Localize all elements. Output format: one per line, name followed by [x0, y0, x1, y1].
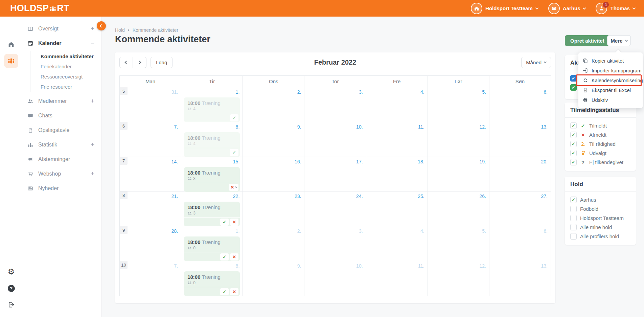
- breadcrumb-home[interactable]: Hold: [115, 27, 125, 33]
- attend-no-button[interactable]: ✕: [230, 253, 238, 261]
- day-cell[interactable]: 8.18:00Træning0✓✕: [181, 261, 243, 296]
- sidebar-collapse-button[interactable]: [97, 21, 106, 30]
- day-cell[interactable]: 714.: [120, 157, 181, 191]
- club-menu[interactable]: Aarhus: [548, 3, 586, 14]
- team-filter-row[interactable]: ✓Alle mine hold: [565, 223, 636, 232]
- day-cell[interactable]: 27.: [489, 191, 551, 226]
- event-card[interactable]: 18:00Træning3✓✕: [184, 202, 240, 226]
- day-cell[interactable]: 17.: [304, 157, 366, 191]
- settings-gear-icon[interactable]: ⚙: [8, 268, 15, 276]
- day-cell[interactable]: 1.18:00Træning0✓✕: [181, 226, 243, 261]
- team-filter-row[interactable]: ✓Aarhus: [565, 195, 636, 204]
- plus-icon[interactable]: +: [91, 141, 94, 149]
- menu-item-kalendersynkronisering[interactable]: Kalendersynkronisering: [578, 75, 643, 85]
- day-cell[interactable]: 24.: [304, 191, 366, 226]
- sidebar-subitem-frie-resourcer[interactable]: Frie resourcer: [30, 82, 101, 92]
- attend-no-button[interactable]: ✕: [230, 219, 238, 226]
- home-nav-icon[interactable]: [7, 41, 15, 49]
- status-filter-row[interactable]: ✓✓Tilmeldt: [565, 121, 636, 130]
- attend-yes-button[interactable]: ✓: [230, 149, 238, 156]
- activity-type-checkbox[interactable]: ✓: [570, 75, 577, 82]
- sidebar-item-opslagstavle[interactable]: Opslagstavle: [22, 123, 101, 137]
- sidebar-subitem-feriekalender[interactable]: Feriekalender: [30, 61, 101, 71]
- day-cell[interactable]: 8.18:00Træning4✓: [181, 122, 243, 157]
- day-cell[interactable]: 107.: [120, 261, 181, 296]
- day-cell[interactable]: 6.: [489, 226, 551, 261]
- help-icon[interactable]: ?: [8, 285, 15, 292]
- team-menu[interactable]: Holdsport Testteam: [471, 3, 538, 14]
- sidebar-subitem-ressourceoversigt[interactable]: Ressourceoversigt: [30, 71, 101, 82]
- team-filter-checkbox[interactable]: ✓: [570, 215, 577, 221]
- day-cell[interactable]: 1.18:00Træning4✓: [181, 87, 243, 122]
- day-cell[interactable]: 9.: [243, 261, 304, 296]
- sidebar-item-kalender[interactable]: Kalender−: [22, 36, 101, 50]
- plus-icon[interactable]: +: [91, 97, 94, 105]
- team-filter-row[interactable]: ✓Alle profilers hold: [565, 232, 636, 241]
- sidebar-item-webshop[interactable]: Webshop+: [22, 166, 101, 181]
- sidebar-item-chats[interactable]: Chats: [22, 108, 101, 123]
- create-activity-button[interactable]: Opret aktivitet: [565, 35, 610, 46]
- day-cell[interactable]: 11.: [366, 261, 428, 296]
- attend-no-button[interactable]: ✕: [230, 288, 238, 295]
- sidebar-subitem-kommende-aktiviteter[interactable]: Kommende aktiviteter: [30, 51, 101, 61]
- status-filter-row[interactable]: ✓?Ej tilkendegivet: [565, 158, 636, 167]
- day-cell[interactable]: 4.: [366, 226, 428, 261]
- day-cell[interactable]: 12.: [428, 261, 489, 296]
- team-filter-checkbox[interactable]: ✓: [570, 224, 577, 230]
- day-cell[interactable]: 6.: [489, 87, 551, 122]
- event-card[interactable]: 18:00Træning3✕: [184, 167, 240, 192]
- menu-item-importer-kampprogram[interactable]: Importer kampprogram: [578, 66, 643, 75]
- team-filter-row[interactable]: ✓Holdsport Testteam: [565, 213, 636, 223]
- day-cell[interactable]: 10.: [304, 261, 366, 296]
- sidebar-item-nyheder[interactable]: Nyheder: [22, 181, 101, 196]
- day-cell[interactable]: 3.: [304, 87, 366, 122]
- day-cell[interactable]: 2.: [243, 87, 304, 122]
- day-cell[interactable]: 928.: [120, 226, 181, 261]
- sidebar-item-oversigt[interactable]: Oversigt+: [22, 21, 101, 36]
- sidebar-item-statistik[interactable]: Statistik+: [22, 137, 101, 152]
- menu-item-eksportér-til-excel[interactable]: xEksportér til Excel: [578, 85, 643, 95]
- day-cell[interactable]: 19.: [428, 157, 489, 191]
- status-filter-checkbox[interactable]: ✓: [570, 150, 577, 156]
- event-card[interactable]: 18:00Træning0✓✕: [184, 236, 240, 261]
- activity-type-checkbox[interactable]: ✓: [570, 84, 577, 91]
- day-cell[interactable]: 25.: [366, 191, 428, 226]
- day-cell[interactable]: 23.: [243, 191, 304, 226]
- menu-item-kopier-aktivitet[interactable]: Kopier aktivitet: [578, 56, 643, 66]
- day-cell[interactable]: 5.: [428, 87, 489, 122]
- event-card[interactable]: 18:00Træning4✓: [184, 132, 240, 157]
- teams-nav-icon[interactable]: [4, 54, 18, 68]
- team-filter-checkbox[interactable]: ✓: [570, 233, 577, 240]
- status-filter-checkbox[interactable]: ✓: [570, 141, 577, 147]
- day-cell[interactable]: 18.: [366, 157, 428, 191]
- minus-icon[interactable]: −: [91, 40, 94, 47]
- day-cell[interactable]: 12.: [428, 122, 489, 157]
- day-cell[interactable]: 9.: [243, 122, 304, 157]
- day-cell[interactable]: 22.18:00Træning3✓✕: [181, 191, 243, 226]
- plus-icon[interactable]: +: [91, 25, 94, 32]
- day-cell[interactable]: 67.: [120, 122, 181, 157]
- attend-status-dropdown-button[interactable]: ✕: [229, 184, 238, 191]
- user-menu[interactable]: 1 Thomas: [596, 3, 635, 14]
- attend-yes-button[interactable]: ✓: [220, 219, 229, 226]
- event-card[interactable]: 18:00Træning4✓: [184, 97, 240, 122]
- team-filter-checkbox[interactable]: ✓: [570, 206, 577, 212]
- day-cell[interactable]: 3.: [304, 226, 366, 261]
- status-filter-row[interactable]: ✓Til rådighed: [565, 139, 636, 149]
- team-filter-checkbox[interactable]: ✓: [570, 197, 577, 203]
- day-cell[interactable]: 531.: [120, 87, 181, 122]
- more-button[interactable]: Mere: [607, 35, 631, 46]
- day-cell[interactable]: 10.: [304, 122, 366, 157]
- status-filter-checkbox[interactable]: ✓: [570, 159, 577, 165]
- event-card[interactable]: 18:00Træning0✓✕: [184, 271, 240, 296]
- attend-yes-button[interactable]: ✓: [230, 114, 238, 121]
- status-filter-checkbox[interactable]: ✓: [570, 122, 577, 129]
- status-filter-row[interactable]: ✓Udvalgt: [565, 149, 636, 158]
- day-cell[interactable]: 20.: [489, 157, 551, 191]
- status-filter-row[interactable]: ✓✕Afmeldt: [565, 130, 636, 139]
- sidebar-item-afstemninger[interactable]: Afstemninger: [22, 152, 101, 166]
- day-cell[interactable]: 13.: [489, 122, 551, 157]
- day-cell[interactable]: 15.18:00Træning3✕: [181, 157, 243, 191]
- day-cell[interactable]: 2.: [243, 226, 304, 261]
- menu-item-udskriv[interactable]: Udskriv: [578, 95, 643, 105]
